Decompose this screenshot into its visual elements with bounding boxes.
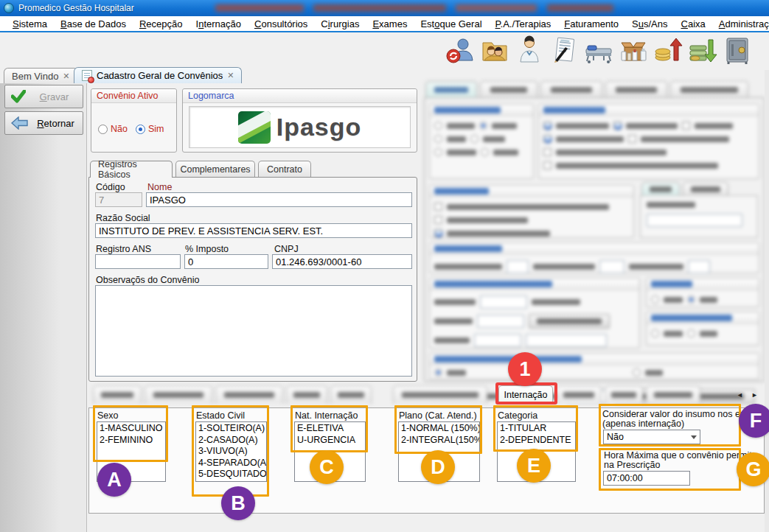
hora-maxima-field[interactable]: 07:00:00 bbox=[603, 471, 690, 486]
redacted-tab[interactable] bbox=[556, 385, 602, 404]
close-tab-icon[interactable]: ✕ bbox=[63, 71, 69, 81]
menu-consultorios[interactable]: Consultórios bbox=[248, 17, 314, 31]
estado-civil-listbox[interactable]: 1-SOLTEIRO(A)2-CASADO(A)3-VIUVO(A)4-SEPA… bbox=[195, 421, 267, 482]
list-item[interactable]: 1-SOLTEIRO(A) bbox=[198, 423, 264, 435]
window-title: Promedico Gestão Hospitalar bbox=[18, 3, 134, 13]
codigo-label: Código bbox=[96, 182, 125, 192]
redacted-tab[interactable] bbox=[393, 385, 487, 404]
redacted-tab[interactable] bbox=[330, 385, 372, 404]
razao-social-label: Razão Social bbox=[96, 213, 150, 223]
nome-field[interactable]: IPASGO bbox=[146, 192, 412, 207]
redacted-tab[interactable] bbox=[286, 385, 327, 404]
user-sync-icon[interactable] bbox=[445, 35, 475, 65]
list-item[interactable]: 2-DEPENDENTE bbox=[500, 435, 573, 447]
annotation-badge-B: B bbox=[221, 486, 255, 520]
redacted-tab[interactable] bbox=[540, 81, 602, 97]
tab-bem-vindo[interactable]: Bem Vindo ✕ bbox=[4, 68, 78, 83]
revenue-up-icon[interactable] bbox=[653, 35, 683, 65]
hora-maxima-label-1: Hora Máxima que o convênio permite bbox=[604, 450, 757, 461]
tab-complementares[interactable]: Complementares bbox=[175, 161, 255, 177]
redacted-tab[interactable] bbox=[93, 385, 142, 404]
redacted-tab[interactable] bbox=[605, 385, 643, 404]
registros-basicos-panel: Código Nome 7 IPASGO Razão Social INSTIT… bbox=[88, 177, 417, 382]
bottom-tab-strip: Internação ◄ ► bbox=[87, 384, 769, 404]
logomarca-group: Logomarca Ipasgo bbox=[182, 88, 417, 153]
radio-sim[interactable]: Sim bbox=[136, 124, 164, 134]
redacted-group bbox=[538, 104, 759, 179]
cnpj-field[interactable]: 01.246.693/0001-60 bbox=[272, 254, 412, 269]
list-item[interactable]: 2-CASADO(A) bbox=[198, 435, 264, 447]
hora-maxima-label-2: na Prescrição bbox=[604, 460, 660, 470]
list-item[interactable]: 1-MASCULINO bbox=[100, 423, 163, 435]
list-item[interactable]: 1-NORMAL (150%) bbox=[401, 423, 477, 435]
annotation-badge-D: D bbox=[421, 450, 455, 484]
registro-ans-field[interactable] bbox=[95, 254, 181, 269]
hospital-bed-icon[interactable] bbox=[584, 35, 613, 65]
annotation-badge-1: 1 bbox=[508, 352, 542, 386]
chat-icon-partial[interactable] bbox=[757, 35, 769, 65]
safe-icon[interactable] bbox=[723, 35, 752, 65]
tab-scroll-right-icon[interactable]: ► bbox=[749, 389, 760, 400]
list-item[interactable]: E-ELETIVA bbox=[297, 423, 363, 435]
list-item[interactable]: 4-SEPARADO(A) bbox=[198, 458, 264, 469]
menu-base-de-dados[interactable]: Base de Dados bbox=[54, 17, 133, 31]
tab-cadastro-geral-convenios[interactable]: Cadastro Geral de Convênios ✕ bbox=[74, 67, 242, 83]
annotation-badge-A: A bbox=[97, 463, 131, 497]
menu-pa-terapias[interactable]: P.A./Terapias bbox=[489, 17, 558, 31]
list-item[interactable]: 2-FEMININO bbox=[100, 435, 163, 447]
menu-exames[interactable]: Exames bbox=[366, 17, 414, 31]
annotation-badge-E: E bbox=[517, 449, 551, 483]
list-item[interactable]: 2-INTEGRAL(150%) bbox=[401, 435, 477, 447]
logomarca-title: Logomarca bbox=[183, 89, 417, 103]
menu-sistema[interactable]: Sistema bbox=[6, 17, 54, 31]
list-item[interactable]: 5-DESQUITADO(A) bbox=[198, 469, 264, 480]
radio-circle bbox=[98, 125, 108, 134]
list-item[interactable]: 3-VIUVO(A) bbox=[198, 446, 264, 458]
close-tab-icon[interactable]: ✕ bbox=[227, 71, 234, 80]
redacted-tab[interactable] bbox=[605, 81, 667, 97]
tab-registros-basicos[interactable]: Registros Básicos bbox=[90, 161, 173, 178]
tab-contrato[interactable]: Contrato bbox=[258, 161, 311, 177]
menu-cirurgias[interactable]: Cirurgias bbox=[314, 17, 366, 31]
tab-internacao[interactable]: Internação bbox=[498, 385, 553, 404]
list-item[interactable]: 6-DIVORCIADO(A) bbox=[198, 480, 264, 483]
menu-faturamento[interactable]: Faturamento bbox=[557, 17, 625, 31]
cnpj-label: CNPJ bbox=[274, 244, 299, 254]
document-icon bbox=[82, 70, 92, 81]
contract-document-icon[interactable] bbox=[549, 35, 579, 65]
tab-scroll-left-icon[interactable]: ◄ bbox=[734, 389, 745, 400]
doctor-icon[interactable] bbox=[515, 35, 544, 65]
radio-nao[interactable]: Não bbox=[98, 124, 128, 134]
dropdown-arrow-icon bbox=[691, 435, 697, 439]
considerar-insumo-combo[interactable]: Não bbox=[603, 430, 700, 444]
observacoes-textarea[interactable] bbox=[95, 285, 412, 377]
list-item[interactable]: 1-TITULAR bbox=[500, 423, 573, 435]
redacted-group bbox=[429, 278, 640, 349]
gravar-button[interactable]: Gravar bbox=[4, 85, 83, 108]
menu-estoque-geral[interactable]: Estoque Geral bbox=[414, 17, 488, 31]
razao-social-field[interactable]: INSTITUTO DE PREV. E ASSISTENCIA SERV. E… bbox=[95, 223, 412, 238]
menu-recepcao[interactable]: Recepção bbox=[133, 17, 189, 31]
redacted-tab[interactable] bbox=[646, 385, 700, 404]
redacted-tab[interactable] bbox=[145, 385, 212, 404]
redacted-title-text bbox=[313, 4, 446, 12]
menu-administracao[interactable]: Administração bbox=[712, 17, 769, 31]
redacted-tab[interactable] bbox=[670, 81, 748, 97]
codigo-field[interactable]: 7 bbox=[95, 192, 142, 207]
ipasgo-logo-text: Ipasgo bbox=[276, 113, 362, 141]
imposto-field[interactable]: 0 bbox=[184, 254, 268, 269]
stock-box-icon[interactable] bbox=[619, 35, 648, 65]
ipasgo-logo-icon bbox=[238, 111, 271, 144]
expense-down-icon[interactable] bbox=[688, 35, 717, 65]
redacted-tab[interactable] bbox=[480, 81, 537, 97]
redacted-group bbox=[429, 185, 634, 238]
patients-folder-icon[interactable] bbox=[480, 35, 509, 65]
redacted-tab[interactable] bbox=[215, 385, 283, 404]
menu-caixa[interactable]: Caixa bbox=[675, 17, 712, 31]
menu-sus-ans[interactable]: Sus/Ans bbox=[625, 17, 674, 31]
retornar-button[interactable]: Retornar bbox=[4, 111, 83, 135]
annotation-badge-C: C bbox=[310, 450, 344, 484]
redacted-tab[interactable] bbox=[425, 81, 477, 97]
menu-internacao[interactable]: Internação bbox=[189, 17, 248, 31]
list-item[interactable]: U-URGENCIA bbox=[297, 435, 363, 447]
